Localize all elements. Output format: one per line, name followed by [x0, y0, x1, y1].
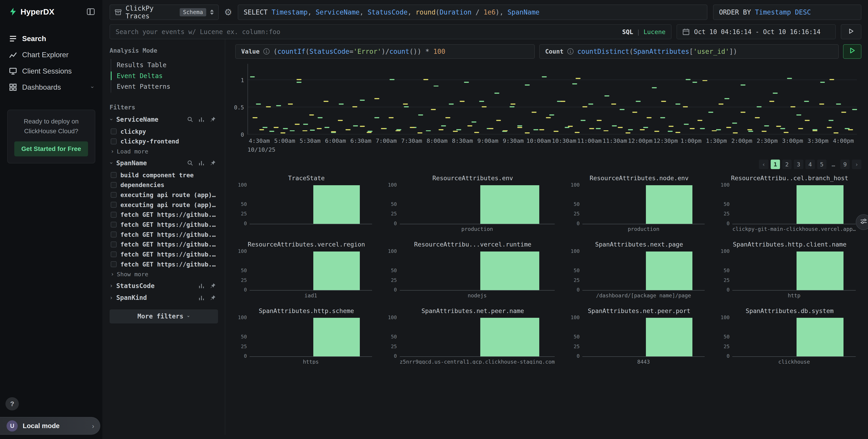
next-page-button[interactable]: › [852, 159, 861, 169]
chart-x-label: production [582, 226, 705, 232]
sidebar-collapse-icon[interactable] [87, 8, 95, 15]
attribute-chart-spanattributes-db-system[interactable]: SpanAttributes.db.system02550100clickhou… [718, 308, 861, 364]
bar[interactable] [313, 318, 360, 356]
page-button-4[interactable]: 4 [805, 159, 815, 169]
gear-icon[interactable]: ⚙ [224, 8, 232, 17]
count-expression-input[interactable]: Count i countDistinct(SpanAttributes['us… [539, 44, 839, 59]
page-button-9[interactable]: 9 [840, 159, 849, 169]
scatter-plot-area[interactable]: 10.50 [248, 64, 857, 135]
source-name: ClickPy Traces [125, 4, 176, 20]
bar-chart-icon[interactable] [198, 160, 205, 166]
search-input[interactable] [110, 28, 622, 36]
filter-group-header-servicename[interactable]: ›ServiceName [110, 116, 216, 123]
data-point-dash [726, 127, 731, 128]
pin-icon[interactable] [210, 116, 216, 123]
bar-chart-icon[interactable] [198, 283, 205, 289]
filter-checkbox-fetch-get-https-github[interactable]: fetch GET https://github.… [110, 220, 216, 230]
filter-checkbox-executing-api-route-app[interactable]: executing api route (app)… [110, 200, 216, 210]
bar[interactable] [480, 185, 539, 224]
page-button-2[interactable]: 2 [782, 159, 792, 169]
bar[interactable] [646, 252, 692, 290]
run-chart-button[interactable] [843, 44, 861, 59]
data-point-dash [345, 129, 350, 130]
pin-icon[interactable] [210, 283, 216, 289]
analysis-mode-event-deltas[interactable]: Event Deltas [111, 70, 216, 81]
chart-title: ResourceAttributes.vercel.region [235, 241, 377, 248]
sidebar-item-client-sessions[interactable]: Client Sessions [0, 63, 102, 79]
get-started-button[interactable]: Get Started for Free [14, 141, 88, 156]
sidebar-item-dashboards[interactable]: Dashboards› [0, 79, 102, 95]
bar[interactable] [797, 185, 843, 224]
filter-group-header-spanname[interactable]: ›SpanName [110, 159, 216, 167]
date-range-picker[interactable]: Oct 10 04:16:14 - Oct 10 16:16:14 [677, 24, 836, 39]
chevron-right-icon: › [111, 149, 114, 154]
x-axis-tick-label: 1:30pm [706, 137, 727, 144]
search-icon[interactable] [187, 116, 193, 123]
bar-chart-icon[interactable] [198, 295, 205, 301]
attribute-chart-spanattributes-next-page[interactable]: SpanAttributes.next.page02550100/dashboa… [568, 241, 710, 298]
filter-checkbox-executing-api-route-app[interactable]: executing api route (app)… [110, 190, 216, 200]
bar[interactable] [646, 185, 692, 224]
bar[interactable] [797, 318, 843, 356]
attribute-chart-resourceattributes-vercel-region[interactable]: ResourceAttributes.vercel.region02550100… [235, 241, 377, 298]
filter-group-header-statuscode[interactable]: ›StatusCode [110, 282, 216, 290]
bar[interactable] [646, 318, 692, 356]
bar[interactable] [797, 252, 843, 290]
attribute-chart-spanattributes-net-peer-name[interactable]: SpanAttributes.net.peer.name02550100z5nr… [385, 308, 560, 364]
filter-checkbox-build-component-tree[interactable]: build component tree [110, 170, 216, 180]
attribute-chart-resourceattributes-env[interactable]: ResourceAttributes.env02550100production [385, 175, 560, 232]
attribute-chart-resourceattributes-node-env[interactable]: ResourceAttributes.node.env02550100produ… [568, 175, 710, 232]
filter-checkbox-fetch-get-https-github[interactable]: fetch GET https://github.… [110, 230, 216, 239]
filter-checkbox-dependencies[interactable]: dependencies [110, 180, 216, 190]
page-button-5[interactable]: 5 [817, 159, 827, 169]
hyperdx-logo[interactable]: HyperDX [9, 7, 55, 16]
pin-icon[interactable] [210, 160, 216, 166]
order-by-input[interactable]: ORDER BY Timestamp DESC [713, 4, 861, 20]
chart-plot-area: 02550100 [250, 183, 372, 225]
value-expression-input[interactable]: Value i (countIf(StatusCode='Error')/cou… [235, 44, 535, 59]
event-deltas-chart[interactable]: 10.50 4:30am5:00am5:30am6:00am6:30am7:00… [235, 64, 861, 153]
filter-checkbox-fetch-get-https-github[interactable]: fetch GET https://github.… [110, 210, 216, 220]
page-button-1[interactable]: 1 [771, 159, 780, 169]
schema-badge[interactable]: Schema [180, 8, 206, 16]
attribute-chart-spanattributes-http-scheme[interactable]: SpanAttributes.http.scheme02550100https [235, 308, 377, 364]
sidebar-item-chart-explorer[interactable]: Chart Explorer [0, 47, 102, 63]
filter-group-header-spankind[interactable]: ›SpanKind [110, 294, 216, 301]
page-button-3[interactable]: 3 [794, 159, 803, 169]
lucene-toggle[interactable]: Lucene [643, 28, 665, 35]
bar[interactable] [480, 318, 539, 356]
bar-chart-icon[interactable] [198, 116, 205, 123]
bar[interactable] [480, 252, 539, 290]
sql-toggle[interactable]: SQL [622, 28, 633, 35]
bar[interactable] [313, 252, 360, 290]
attribute-chart-spanattributes-http-client-name[interactable]: SpanAttributes.http.client.name02550100h… [718, 241, 861, 298]
sidebar-item-search[interactable]: Search [0, 31, 102, 47]
data-point-dash [479, 101, 484, 102]
source-selector[interactable]: ClickPy Traces Schema [110, 4, 219, 20]
attribute-chart-resourceattribu-vercel-runtime[interactable]: ResourceAttribu...vercel.runtime02550100… [385, 241, 560, 298]
load-more-button[interactable]: ›Load more [110, 146, 216, 155]
run-search-button[interactable] [841, 24, 861, 39]
filter-checkbox-fetch-get-https-github[interactable]: fetch GET https://github.… [110, 239, 216, 250]
more-filters-button[interactable]: More filters › [110, 310, 218, 323]
filter-checkbox-clickpy-frontend[interactable]: clickpy-frontend [110, 137, 216, 146]
pin-icon[interactable] [210, 295, 216, 301]
analysis-mode-results-table[interactable]: Results Table [111, 60, 216, 70]
attribute-chart-spanattributes-net-peer-port[interactable]: SpanAttributes.net.peer.port025501008443 [568, 308, 710, 364]
data-point-dash [533, 129, 538, 130]
bar[interactable] [313, 185, 360, 224]
analysis-mode-event-patterns[interactable]: Event Patterns [111, 81, 216, 92]
sql-query-input[interactable]: SELECT Timestamp, ServiceName, StatusCod… [238, 4, 708, 20]
filter-checkbox-fetch-get-https-github[interactable]: fetch GET https://github.… [110, 259, 216, 269]
local-mode-button[interactable]: U Local mode › [0, 417, 100, 435]
chart-title: SpanAttributes.net.peer.port [568, 308, 710, 314]
prev-page-button[interactable]: ‹ [759, 159, 768, 169]
filter-checkbox-clickpy[interactable]: clickpy [110, 126, 216, 137]
chart-x-label: production [400, 226, 555, 232]
show-more-button[interactable]: ›Show more [110, 269, 216, 277]
attribute-chart-resourceattribu-cel-branch-host[interactable]: ResourceAttribu..cel.branch_host02550100… [718, 175, 861, 232]
help-button[interactable]: ? [5, 397, 19, 411]
search-icon[interactable] [187, 160, 193, 166]
filter-checkbox-fetch-get-https-github[interactable]: fetch GET https://github.… [110, 250, 216, 259]
attribute-chart-tracestate[interactable]: TraceState02550100 [235, 175, 377, 232]
